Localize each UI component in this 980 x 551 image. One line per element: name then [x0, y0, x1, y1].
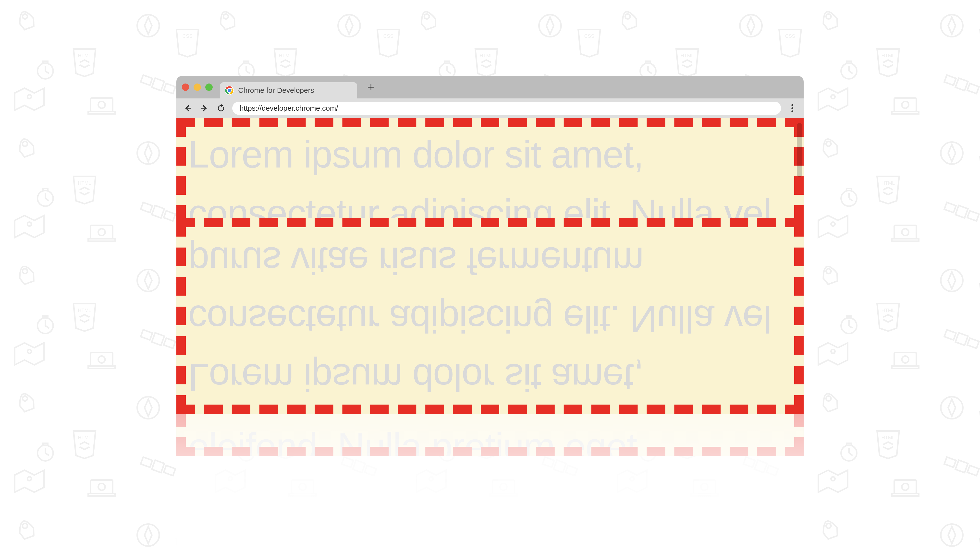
tab-title: Chrome for Developers [238, 86, 314, 95]
arrow-right-icon [200, 103, 209, 113]
refresh-icon [216, 103, 226, 113]
close-window-button[interactable] [182, 84, 189, 91]
new-tab-button[interactable] [364, 80, 378, 95]
minimize-window-button[interactable] [194, 84, 201, 91]
kebab-menu-icon [791, 104, 794, 113]
svg-point-19 [791, 104, 793, 106]
svg-rect-17 [186, 108, 191, 108]
maximize-window-button[interactable] [205, 84, 213, 91]
browser-toolbar: https://developer.chrome.com/ [177, 98, 803, 118]
url-text: https://developer.chrome.com/ [240, 104, 338, 113]
tab-strip: Chrome for Developers [177, 76, 803, 98]
browser-window: Chrome for Developers https://developer.… [177, 76, 803, 456]
back-button[interactable] [182, 103, 193, 114]
browser-menu-button[interactable] [787, 103, 798, 114]
forward-button[interactable] [199, 103, 210, 114]
address-bar[interactable]: https://developer.chrome.com/ [232, 102, 781, 115]
chrome-logo-icon [224, 86, 234, 95]
browser-tab-active[interactable]: Chrome for Developers [220, 82, 357, 98]
arrow-left-icon [183, 103, 192, 113]
window-controls [182, 84, 213, 91]
svg-rect-18 [201, 108, 207, 108]
page-body-text: Lorem ipsum dolor sit amet, consectetur … [177, 118, 803, 456]
page-viewport: Lorem ipsum dolor sit amet, consectetur … [177, 118, 803, 456]
svg-point-21 [791, 110, 793, 112]
svg-point-20 [791, 107, 793, 109]
plus-icon [367, 83, 375, 91]
scrollbar-thumb[interactable] [797, 123, 802, 177]
reload-button[interactable] [216, 103, 226, 114]
